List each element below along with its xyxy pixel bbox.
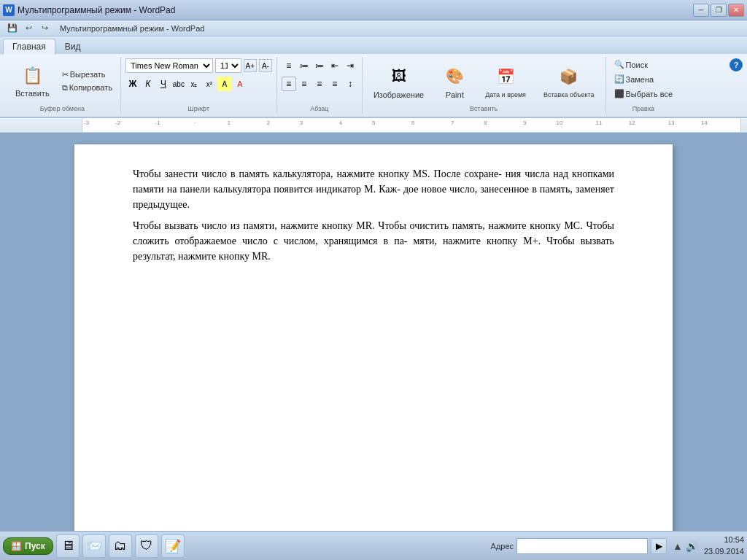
redo-quick-btn[interactable]: ↪ xyxy=(38,22,51,35)
line-spacing-btn[interactable]: ↕ xyxy=(343,77,357,91)
tab-view[interactable]: Вид xyxy=(55,39,90,54)
ruler-mark-12: 12 xyxy=(629,120,635,126)
close-button[interactable]: ✕ xyxy=(728,4,744,17)
title-bar-left: W Мультипрограммный режим - WordPad xyxy=(3,4,175,16)
undo-quick-btn[interactable]: ↩ xyxy=(22,22,35,35)
align-left-button[interactable]: ≡ xyxy=(282,77,296,91)
cut-button[interactable]: ✂ Вырезать xyxy=(58,69,116,81)
address-go-button[interactable]: ▶ xyxy=(651,538,667,554)
minimize-button[interactable]: ─ xyxy=(693,4,709,17)
color-button[interactable]: A xyxy=(233,77,247,91)
paste-icon: 📋 xyxy=(20,64,44,88)
insert-label: Вставить xyxy=(470,104,498,112)
tray-volume-icon[interactable]: 🔊 xyxy=(686,540,698,552)
tab-home[interactable]: Главная xyxy=(3,39,55,55)
start-icon: 🪟 xyxy=(11,541,22,551)
select-all-label: Выбрать все xyxy=(626,90,673,98)
bold-button[interactable]: Ж xyxy=(125,77,140,91)
ruler-mark-neg2: -2 xyxy=(115,120,120,126)
find-label: Поиск xyxy=(626,61,648,69)
font-group: Times New Roman 11,5 A+ A- Ж К Ч abc x₂ … xyxy=(121,57,277,114)
ruler-mark-7: 7 xyxy=(451,120,454,126)
ruler-mark-4: 4 xyxy=(339,120,342,126)
strikethrough-button[interactable]: abc xyxy=(171,77,186,91)
start-button[interactable]: 🪟 Пуск xyxy=(3,537,53,555)
ruler-mark-13: 13 xyxy=(668,120,675,126)
clock: 10:54 23.09.2014 xyxy=(704,534,744,557)
replace-label: Замена xyxy=(626,75,654,84)
taskbar-icon-5[interactable]: 📝 xyxy=(161,534,185,558)
highlight-button[interactable]: A xyxy=(217,77,232,91)
subscript-button[interactable]: x₂ xyxy=(187,77,201,91)
editing-content: 🔍 Поиск 🔄 Замена ⬛ Выбрать все xyxy=(611,58,677,104)
align-right-button[interactable]: ≡ xyxy=(312,77,327,91)
insert-paint-button[interactable]: 🎨 Paint xyxy=(435,59,474,103)
title-bar: W Мультипрограммный режим - WordPad ─ ❐ … xyxy=(0,0,747,20)
replace-button[interactable]: 🔄 Замена xyxy=(611,73,658,85)
clipboard-content: 📋 Вставить ✂ Вырезать ⧉ Копировать xyxy=(9,58,116,104)
align-center-button[interactable]: ≡ xyxy=(297,77,311,91)
address-input[interactable] xyxy=(516,538,648,554)
find-button[interactable]: 🔍 Поиск xyxy=(611,58,651,71)
copy-label: Копировать xyxy=(69,83,112,92)
start-label: Пуск xyxy=(25,541,45,551)
taskbar-icon-1[interactable]: 🖥 xyxy=(56,534,80,558)
paragraph-2[interactable]: Чтобы вызвать число из памяти, нажмите к… xyxy=(133,218,614,264)
window-controls: ─ ❐ ✕ xyxy=(693,4,744,17)
bullets-btn[interactable]: ≔ xyxy=(297,58,311,73)
ruler-mark-1: 1 xyxy=(227,120,230,126)
outdent-btn[interactable]: ⇤ xyxy=(328,58,342,73)
select-all-button[interactable]: ⬛ Выбрать все xyxy=(611,88,677,100)
page-content[interactable]: Чтобы занести число в память калькулятор… xyxy=(133,166,614,264)
underline-button[interactable]: Ч xyxy=(156,77,171,91)
font-size-decrease-btn[interactable]: A- xyxy=(259,59,272,72)
object-icon: 📦 xyxy=(556,63,582,90)
quick-access-title: Мультипрограммный режим - WordPad xyxy=(60,24,204,33)
indent-btn[interactable]: ⇥ xyxy=(343,58,357,73)
paint-label: Paint xyxy=(446,90,464,99)
ruler-mark-9: 9 xyxy=(523,120,526,126)
insert-image-button[interactable]: 🖼 Изображение xyxy=(367,59,430,103)
paragraph-content: ≡ ≔ ≔ ⇤ ⇥ ≡ ≡ ≡ ≡ ↕ xyxy=(282,58,357,104)
insert-group: 🖼 Изображение 🎨 Paint 📅 Дата и время 📦 В… xyxy=(363,57,606,114)
insert-content: 🖼 Изображение 🎨 Paint 📅 Дата и время 📦 В… xyxy=(367,58,601,104)
indent-list-row: ≡ ≔ ≔ ⇤ ⇥ xyxy=(282,58,357,73)
copy-button[interactable]: ⧉ Копировать xyxy=(58,82,116,94)
help-icon[interactable]: ? xyxy=(729,58,743,71)
ruler-mark-5: 5 xyxy=(372,120,375,126)
superscript-button[interactable]: x² xyxy=(202,77,217,91)
numbered-btn[interactable]: ≔ xyxy=(312,58,327,73)
ruler-mark-8: 8 xyxy=(484,120,487,126)
font-size-increase-btn[interactable]: A+ xyxy=(244,59,257,72)
ruler: -3 -2 -1 · 1 2 3 4 5 6 7 8 9 10 11 12 13… xyxy=(0,118,747,133)
italic-button[interactable]: К xyxy=(141,77,155,91)
insert-object-button[interactable]: 📦 Вставка объекта xyxy=(537,60,601,102)
justify-button[interactable]: ≡ xyxy=(328,77,342,91)
font-name-select[interactable]: Times New Roman xyxy=(125,58,213,73)
clipboard-label: Буфер обмена xyxy=(40,104,85,112)
cut-label: Вырезать xyxy=(70,70,106,79)
taskbar-icon-2[interactable]: 📨 xyxy=(82,534,106,558)
font-label: Шрифт xyxy=(188,104,210,112)
ruler-mark-6: 6 xyxy=(411,120,414,126)
paragraph-label: Абзац xyxy=(310,104,328,112)
ruler-mark-10: 10 xyxy=(556,120,562,126)
font-size-select[interactable]: 11,5 xyxy=(215,58,241,73)
paragraph-1[interactable]: Чтобы занести число в память калькулятор… xyxy=(133,166,614,212)
restore-button[interactable]: ❐ xyxy=(711,4,727,17)
tray-up-arrow[interactable]: ▲ xyxy=(673,540,683,552)
editing-label: Правка xyxy=(632,104,654,112)
ruler-mark-neg3: -3 xyxy=(82,120,89,126)
taskbar-icon-3[interactable]: 🗂 xyxy=(109,534,132,558)
ruler-inner: -3 -2 -1 · 1 2 3 4 5 6 7 8 9 10 11 12 13… xyxy=(82,118,741,132)
align-left-btn[interactable]: ≡ xyxy=(282,58,296,73)
insert-datetime-button[interactable]: 📅 Дата и время xyxy=(479,60,533,102)
paint-icon: 🎨 xyxy=(441,63,468,89)
taskbar-icon-4[interactable]: 🛡 xyxy=(135,534,158,558)
save-quick-btn[interactable]: 💾 xyxy=(6,22,19,35)
paste-button[interactable]: 📋 Вставить xyxy=(9,61,56,101)
copy-icon: ⧉ xyxy=(62,83,68,93)
app-icon: W xyxy=(3,4,15,16)
ruler-mark-11: 11 xyxy=(596,120,603,126)
paste-label: Вставить xyxy=(15,89,50,98)
